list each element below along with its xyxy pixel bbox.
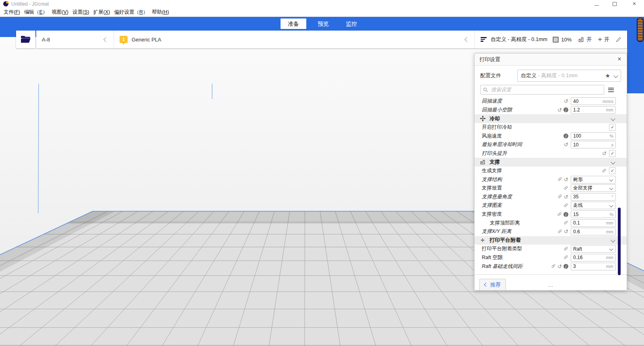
- setting-row-support-pattern[interactable]: 支撑图案 走线: [475, 201, 627, 210]
- reset-icon[interactable]: ↺: [564, 194, 568, 200]
- setting-input[interactable]: 1.2mm: [571, 106, 616, 114]
- link-icon: [551, 263, 556, 270]
- settings-list: 回抽速度 ↺ 40mm/s 回抽最小空隙 ↺f 1.2mm 冷却 开启打印冷却 …: [475, 97, 627, 271]
- application-window: Untitled - JGcreat × 文件(F) 编辑（E） 视图(V) 设…: [0, 0, 644, 346]
- chevron-down-icon: [611, 116, 615, 121]
- formula-icon: f: [564, 264, 568, 269]
- setting-checkbox[interactable]: ✓: [609, 124, 616, 131]
- tab-preview[interactable]: 预览: [310, 19, 336, 29]
- reset-icon[interactable]: ↺: [602, 151, 607, 156]
- setting-row-min-layer-time[interactable]: 最短单层冷却时间 ↺ 10s: [475, 140, 627, 149]
- setting-row-support-xy-distance[interactable]: 支撑X/Y 距离 ↺ 0.6mm: [475, 227, 627, 236]
- print-settings-summary[interactable]: 自定义 - 高精度 - 0.1mm 10% 开 ÷ 开: [475, 31, 627, 48]
- chevron-down-icon: [611, 160, 615, 164]
- setting-row-support-angle[interactable]: 支撑悬垂角度 ↺ 35°: [475, 193, 627, 202]
- panel-header[interactable]: 打印设置: [475, 54, 627, 66]
- print-settings-panel: 打印设置 × 配置文件 自定义 - 高精度 - 0.1mm ★ 回抽速度 ↺: [474, 53, 627, 290]
- restore-icon: [613, 2, 617, 6]
- menu-edit[interactable]: 编辑（E）: [22, 8, 50, 16]
- printer-selector[interactable]: A-8: [36, 31, 114, 48]
- support-state: 开: [586, 36, 592, 43]
- search-icon: [483, 87, 488, 93]
- reset-icon[interactable]: ↺: [557, 107, 562, 113]
- reset-icon[interactable]: ↺: [564, 177, 568, 182]
- setting-row-retract-min-travel[interactable]: 回抽最小空隙 ↺f 1.2mm: [475, 106, 627, 115]
- infill-icon: [553, 37, 559, 43]
- panel-resize-handle[interactable]: ⋯: [475, 283, 627, 289]
- setting-checkbox[interactable]: ✓: [609, 167, 616, 174]
- menu-help[interactable]: 帮助(H): [150, 8, 171, 16]
- setting-input[interactable]: 0.6mm: [571, 228, 616, 235]
- setting-row-support-placement[interactable]: 支撑放置 全部支撑: [475, 184, 627, 193]
- setting-checkbox[interactable]: ✓: [609, 150, 616, 157]
- menu-file[interactable]: 文件(F): [2, 8, 22, 16]
- menu-settings[interactable]: 设置(S): [70, 8, 91, 16]
- profile-layers-icon: [481, 36, 487, 43]
- striped-scroll-handle[interactable]: [637, 18, 644, 42]
- favorite-star-icon: ★: [605, 72, 610, 79]
- setting-row-support-top-distance[interactable]: 支撑顶部距离 0.1mm: [475, 218, 627, 227]
- restore-button[interactable]: [606, 0, 623, 8]
- formula-icon: f: [564, 134, 568, 138]
- edit-pencil-icon[interactable]: [616, 37, 621, 42]
- link-icon: [564, 254, 568, 261]
- reset-icon[interactable]: ↺: [564, 142, 568, 147]
- link-icon: [557, 211, 562, 218]
- setting-dropdown[interactable]: 树形: [571, 176, 616, 183]
- search-box[interactable]: [480, 85, 604, 95]
- minimize-button[interactable]: [588, 0, 605, 8]
- filter-menu-icon[interactable]: [608, 86, 614, 93]
- chevron-down-icon: [609, 177, 613, 181]
- setting-row-fan-speed[interactable]: 风扇速度 f 100%: [475, 132, 627, 140]
- link-icon: [557, 228, 562, 235]
- close-icon[interactable]: ×: [615, 55, 623, 63]
- menu-extensions[interactable]: 扩展(X): [91, 8, 112, 16]
- link-icon: [564, 219, 568, 227]
- setting-row-raft-airgap[interactable]: Raft 空隙 0.16mm: [475, 253, 627, 262]
- setting-input[interactable]: 3mm: [571, 263, 616, 270]
- link-icon: [564, 185, 568, 192]
- setting-row-lift-head[interactable]: 打印头提升 ↺ ✓: [475, 149, 627, 158]
- tab-prepare[interactable]: 准备: [281, 19, 306, 29]
- setting-input[interactable]: 35°: [571, 193, 616, 201]
- open-file-button[interactable]: [16, 31, 35, 48]
- reset-icon[interactable]: ↺: [557, 264, 562, 269]
- material-selector[interactable]: 1 Generic PLA: [114, 31, 475, 48]
- setting-row-support-density[interactable]: 支撑密度 f 15%: [475, 210, 627, 219]
- open-folder-icon: [21, 35, 31, 44]
- profile-dropdown[interactable]: 自定义 - 高精度 - 0.1mm ★: [517, 70, 621, 82]
- setting-input[interactable]: 100%: [571, 132, 616, 140]
- setting-dropdown[interactable]: 走线: [571, 202, 616, 209]
- setting-row-adhesion-type[interactable]: 打印平台附着类型 Raft: [475, 245, 627, 253]
- profile-label: 配置文件: [480, 72, 517, 79]
- formula-icon: f: [564, 212, 568, 217]
- reset-icon[interactable]: ↺: [564, 99, 568, 104]
- setting-row-retract-speed[interactable]: 回抽速度 ↺ 40mm/s: [475, 97, 627, 106]
- section-build-plate-adhesion[interactable]: ÷ 打印平台附着: [475, 236, 627, 245]
- section-cooling[interactable]: 冷却: [475, 114, 627, 123]
- setting-row-generate-support[interactable]: 生成支撑 ✓: [475, 167, 627, 175]
- setting-dropdown[interactable]: 全部支撑: [571, 184, 616, 192]
- menu-view[interactable]: 视图(V): [50, 8, 70, 16]
- setting-row-cooling-enabled[interactable]: 开启打印冷却 ✓: [475, 123, 627, 132]
- title-bar: Untitled - JGcreat ×: [0, 0, 644, 8]
- menu-preferences[interactable]: 偏好设置（R）: [112, 8, 150, 16]
- extruder-badge: 1: [120, 36, 128, 43]
- setting-dropdown[interactable]: Raft: [571, 245, 616, 253]
- setting-input[interactable]: 0.1mm: [571, 219, 616, 227]
- chevron-down-icon: [609, 204, 613, 208]
- setting-input[interactable]: 40mm/s: [571, 97, 616, 105]
- link-icon: [557, 176, 562, 183]
- reset-icon[interactable]: ↺: [564, 229, 568, 234]
- fan-icon: [479, 115, 486, 122]
- search-input[interactable]: [490, 86, 601, 93]
- close-window-button[interactable]: ×: [625, 0, 643, 8]
- section-support[interactable]: 支撑: [475, 158, 627, 167]
- settings-scrollbar-thumb[interactable]: [618, 208, 621, 275]
- setting-input[interactable]: 15%: [571, 210, 616, 218]
- setting-input[interactable]: 0.16mm: [571, 254, 616, 262]
- setting-row-support-structure[interactable]: 支撑结构 ↺ 树形: [475, 175, 627, 184]
- setting-input[interactable]: 10s: [571, 141, 616, 148]
- tab-monitor[interactable]: 监控: [339, 19, 364, 29]
- setting-row-raft-base-line-spacing[interactable]: Raft 基础走线间距 ↺f 3mm: [475, 262, 627, 271]
